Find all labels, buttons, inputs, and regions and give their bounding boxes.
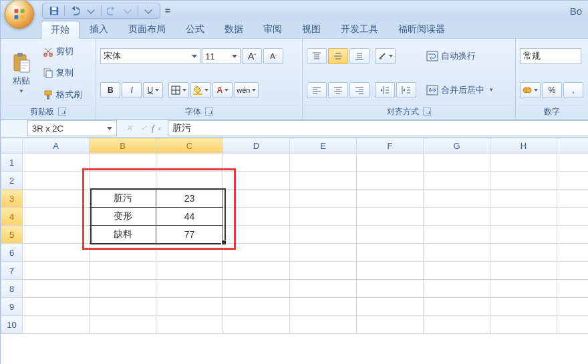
cell-B10[interactable] [90,316,156,334]
align-dialog-icon[interactable] [423,108,431,116]
col-header-A[interactable]: A [23,138,90,154]
cell-H2[interactable] [490,172,557,190]
tab-7[interactable]: 开发工具 [331,20,388,38]
align-bottom-icon[interactable] [349,48,370,64]
cell-H8[interactable] [490,280,557,298]
cell-E2[interactable] [290,172,357,190]
cell-A8[interactable] [23,280,90,298]
tab-3[interactable]: 公式 [176,20,214,38]
cell-F4[interactable] [357,208,424,226]
cell-D1[interactable] [223,154,290,172]
borders-button[interactable] [168,82,189,98]
bold-button[interactable]: B [100,82,120,98]
cell-G2[interactable] [424,172,490,190]
percent-icon[interactable]: % [542,82,562,98]
cell-G5[interactable] [424,226,490,244]
redo-menu-icon[interactable] [122,5,134,17]
wrap-text-button[interactable]: 自动换行 [424,49,496,63]
decrease-font-icon[interactable]: Aˇ [263,48,283,64]
cell-B7[interactable] [90,262,156,280]
cell-I5[interactable] [557,226,589,244]
cell-I3[interactable] [557,190,589,208]
row-header-6[interactable]: 6 [1,244,23,262]
col-header-I[interactable]: I [557,138,589,154]
formula-input[interactable]: 脏污 [168,120,588,136]
worksheet-grid[interactable]: ABCDEFGHI123脏污234变形445缺料77678910 [1,138,588,364]
cell-I7[interactable] [557,262,589,280]
col-header-E[interactable]: E [290,138,357,154]
font-color-button[interactable]: A [212,82,233,98]
tab-0[interactable]: 开始 [41,21,80,39]
row-header-7[interactable]: 7 [1,262,23,280]
phonetic-button[interactable]: wén [234,82,259,98]
cell-D2[interactable] [223,172,290,190]
align-top-icon[interactable] [307,48,327,64]
font-dialog-icon[interactable] [205,108,213,116]
cell-B2[interactable] [90,172,156,190]
font-size-combo[interactable]: 11 [202,48,241,64]
cell-F1[interactable] [357,154,424,172]
cell-D7[interactable] [223,262,290,280]
cell-G8[interactable] [424,280,490,298]
cell-F9[interactable] [357,298,424,316]
tab-6[interactable]: 视图 [292,20,331,38]
cell-C4[interactable]: 44 [156,208,223,226]
row-header-5[interactable]: 5 [1,226,23,244]
cell-D6[interactable] [223,244,290,262]
cell-I8[interactable] [557,280,589,298]
cell-A6[interactable] [23,244,90,262]
name-box[interactable]: 3R x 2C [27,120,117,136]
align-right-icon[interactable] [349,82,370,98]
merge-center-button[interactable]: 合并后居中▼ [424,83,496,98]
cell-C10[interactable] [156,316,223,334]
cell-C2[interactable] [156,172,223,190]
row-header-9[interactable]: 9 [1,298,23,316]
underline-button[interactable]: U [143,82,163,98]
cell-G7[interactable] [424,262,490,280]
cell-B6[interactable] [90,244,156,262]
confirm-edit-icon[interactable]: ✓ [137,122,150,135]
cell-H6[interactable] [490,244,557,262]
col-header-G[interactable]: G [424,138,490,154]
col-header-F[interactable]: F [357,138,424,154]
cell-B5[interactable]: 缺料 [90,226,156,244]
cell-E3[interactable] [290,190,357,208]
cell-C9[interactable] [156,298,223,316]
cell-D8[interactable] [223,280,290,298]
cell-H3[interactable] [490,190,557,208]
cell-E4[interactable] [290,208,357,226]
align-left-icon[interactable] [307,82,327,98]
cell-B4[interactable]: 变形 [90,208,156,226]
col-header-D[interactable]: D [223,138,290,154]
comma-icon[interactable]: , [563,82,583,98]
cell-C6[interactable] [156,244,223,262]
row-header-10[interactable]: 10 [1,316,23,334]
cell-A10[interactable] [23,316,90,334]
select-all-corner[interactable] [1,138,23,154]
cell-C5[interactable]: 77 [156,226,223,244]
row-header-1[interactable]: 1 [1,154,23,172]
align-middle-icon[interactable] [328,48,348,64]
cell-D5[interactable] [223,226,290,244]
cell-I4[interactable] [557,208,589,226]
cell-F10[interactable] [357,316,424,334]
cell-H5[interactable] [490,226,557,244]
cell-E8[interactable] [290,280,357,298]
redo-icon[interactable] [106,5,118,17]
number-format-combo[interactable]: 常规 [520,48,581,64]
cell-E7[interactable] [290,262,357,280]
cancel-edit-icon[interactable]: ✕ [122,122,136,135]
cell-G9[interactable] [424,298,490,316]
cell-H7[interactable] [490,262,557,280]
orientation-icon[interactable] [375,48,396,64]
fx-icon[interactable]: fx [152,122,165,135]
tab-2[interactable]: 页面布局 [118,20,176,38]
cell-B8[interactable] [90,280,156,298]
tab-8[interactable]: 福昕阅读器 [388,20,455,38]
cell-D3[interactable] [223,190,290,208]
cell-I9[interactable] [557,298,589,316]
cell-I2[interactable] [557,172,589,190]
tab-4[interactable]: 数据 [214,20,253,38]
cell-A2[interactable] [23,172,90,190]
cell-D4[interactable] [223,208,290,226]
